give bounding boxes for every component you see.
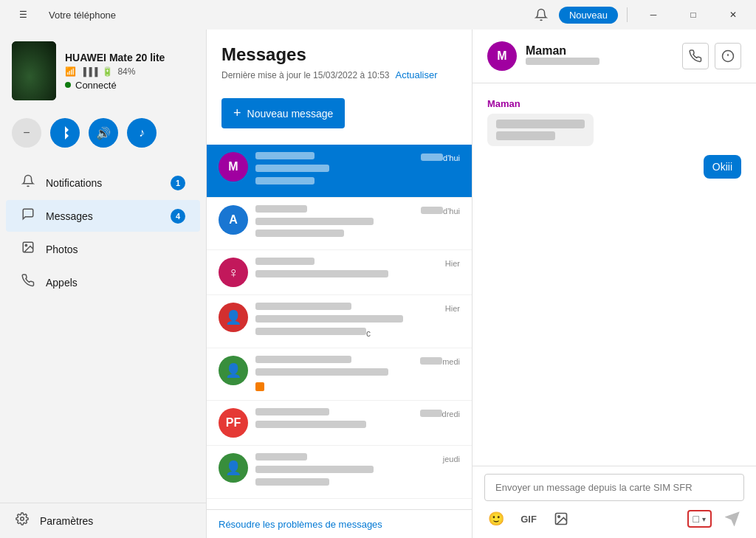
chat-input[interactable]: [484, 474, 744, 501]
chat-toolbar: 🙂 GIF □ ▾: [484, 507, 744, 531]
conversation-item-1[interactable]: M d'hui: [207, 145, 472, 198]
conversation-item-6[interactable]: PF dredi: [207, 401, 472, 446]
svg-point-2: [21, 517, 24, 521]
connected-badge: Connecté: [65, 80, 165, 91]
chat-avatar: M: [487, 41, 517, 71]
avatar-1: M: [219, 152, 248, 182]
device-thumbnail: [12, 41, 56, 100]
conv-name-3: [255, 258, 315, 269]
new-message-button[interactable]: + Nouveau message: [221, 98, 345, 128]
conv-header-2: d'hui: [255, 205, 460, 216]
conv-preview-3: [255, 270, 460, 283]
conv-content-2: d'hui: [255, 205, 460, 243]
close-button[interactable]: ✕: [716, 3, 750, 27]
plus-icon: +: [233, 106, 241, 121]
device-stats: 📶 ▐▐▐ 🔋 84%: [65, 66, 165, 77]
avatar-2: A: [219, 205, 248, 235]
settings-icon: [15, 512, 30, 529]
gif-button[interactable]: GIF: [517, 507, 540, 531]
chevron-down-icon: ▾: [702, 515, 706, 523]
chat-contact-number: [526, 58, 673, 68]
call-button[interactable]: [682, 43, 709, 69]
conv-content-4: Hier c: [255, 303, 460, 340]
conv-name-7: [255, 453, 307, 464]
volume-button[interactable]: 🔊: [89, 118, 118, 148]
message-bubble-1: [487, 114, 594, 146]
main-layout: HUAWEI Mate 20 lite 📶 ▐▐▐ 🔋 84% Connecté…: [0, 30, 756, 538]
footer-link[interactable]: Résoudre les problèmes de messages: [219, 519, 382, 530]
avatar-5: 👤: [219, 356, 248, 385]
conversation-item-2[interactable]: A d'hui: [207, 198, 472, 251]
battery-icon: 🔋: [102, 66, 113, 77]
conversation-item-5[interactable]: 👤 medi: [207, 348, 472, 401]
sidebar-item-notifications[interactable]: Notifications 1: [6, 167, 200, 199]
settings-item[interactable]: Paramètres: [0, 503, 206, 538]
chat-header-actions: [682, 43, 741, 69]
sim-selector[interactable]: □ ▾: [687, 510, 712, 528]
appels-icon: [21, 274, 35, 291]
conv-name-2: [255, 205, 307, 216]
notifications-icon: [21, 174, 35, 191]
notifications-label: Notifications: [46, 177, 160, 189]
restore-button[interactable]: □: [676, 3, 710, 27]
conv-name-1: [255, 152, 315, 163]
titlebar-left: ☰ Votre téléphone: [6, 3, 116, 27]
avatar-3: ♀: [219, 258, 248, 287]
info-button[interactable]: [715, 43, 741, 69]
conv-header-5: medi: [255, 356, 460, 367]
conv-time-5: medi: [420, 357, 460, 366]
messages-header: Messages Dernière mise à jour le 15/03/2…: [207, 30, 472, 145]
conversation-list: M d'hui A: [207, 145, 472, 509]
signal-bars: ▐▐▐: [80, 67, 97, 76]
app-title: Votre téléphone: [49, 10, 116, 21]
conv-time-3: Hier: [445, 259, 460, 268]
send-button[interactable]: [721, 507, 744, 531]
chat-messages: Maman Okiii: [472, 83, 756, 466]
chat-input-area: 🙂 GIF □ ▾: [472, 466, 756, 538]
messages-footer: Résoudre les problèmes de messages: [207, 509, 472, 538]
chat-panel: M Maman: [472, 30, 756, 538]
sidebar-item-photos[interactable]: Photos: [6, 233, 200, 265]
notifications-badge: 1: [171, 176, 185, 190]
connected-dot: [65, 82, 71, 88]
conv-time-7: jeudi: [443, 455, 460, 463]
conv-content-7: jeudi: [255, 453, 460, 491]
sidebar: HUAWEI Mate 20 lite 📶 ▐▐▐ 🔋 84% Connecté…: [0, 30, 207, 538]
device-info: HUAWEI Mate 20 lite 📶 ▐▐▐ 🔋 84% Connecté: [65, 52, 165, 91]
bluetooth-button[interactable]: [50, 118, 80, 148]
conv-header-1: d'hui: [255, 152, 460, 163]
chat-header: M Maman: [472, 30, 756, 83]
titlebar: ☰ Votre téléphone Nouveau ─ □ ✕: [0, 0, 756, 30]
conv-name-5: [255, 356, 351, 367]
conv-header-7: jeudi: [255, 453, 460, 464]
image-button[interactable]: [549, 507, 573, 531]
nouveau-button[interactable]: Nouveau: [559, 7, 618, 24]
mute-button[interactable]: −: [12, 118, 41, 148]
conv-preview-7: [255, 466, 460, 491]
minimize-button[interactable]: ─: [636, 3, 670, 27]
svg-point-1: [25, 244, 27, 246]
message-group-1: Maman: [487, 98, 741, 146]
conversation-item-7[interactable]: 👤 jeudi: [207, 446, 472, 499]
sidebar-item-appels[interactable]: Appels: [6, 266, 200, 298]
messages-subtitle: Dernière mise à jour le 15/03/2022 à 10:…: [221, 70, 389, 80]
bell-button[interactable]: [529, 3, 553, 27]
emoji-button[interactable]: 🙂: [484, 507, 508, 531]
device-image: [12, 41, 56, 100]
sidebar-item-messages[interactable]: Messages 4: [6, 200, 200, 232]
messages-label: Messages: [46, 210, 160, 222]
device-card: HUAWEI Mate 20 lite 📶 ▐▐▐ 🔋 84% Connecté: [0, 30, 206, 112]
menu-button[interactable]: ☰: [6, 3, 40, 27]
titlebar-actions: Nouveau ─ □ ✕: [529, 3, 750, 27]
titlebar-divider: [627, 7, 628, 22]
photos-label: Photos: [46, 244, 185, 255]
conversation-item-4[interactable]: 👤 Hier c: [207, 295, 472, 348]
conv-time-6: dredi: [420, 410, 460, 418]
conversation-item-3[interactable]: ♀ Hier: [207, 250, 472, 295]
actualiser-link[interactable]: Actualiser: [395, 69, 437, 80]
chat-header-info: Maman: [526, 44, 673, 68]
svg-marker-9: [726, 513, 739, 525]
chat-contact-name: Maman: [526, 44, 673, 58]
avatar-7: 👤: [219, 453, 248, 483]
music-button[interactable]: ♪: [127, 118, 157, 148]
